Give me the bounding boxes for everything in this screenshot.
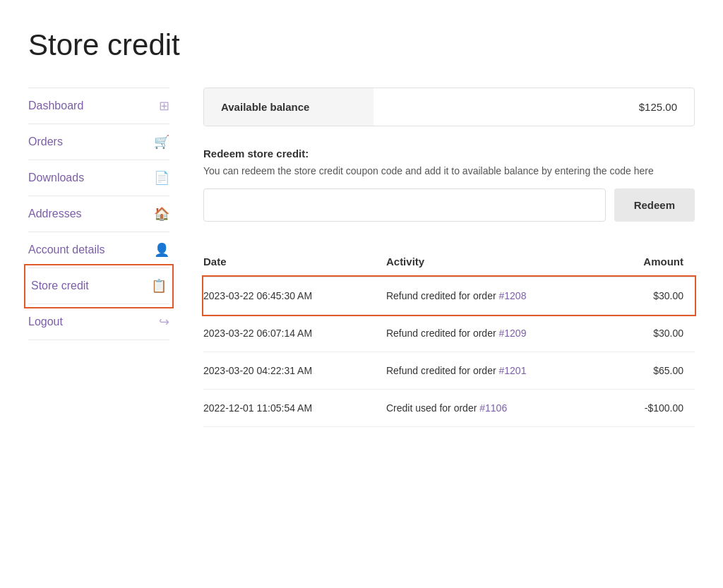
cell-amount: $30.00 xyxy=(616,315,695,352)
col-header-date: Date xyxy=(203,247,386,277)
table-row: 2023-03-20 04:22:31 AMRefund credited fo… xyxy=(203,352,695,390)
page-title: Store credit xyxy=(28,28,695,62)
sidebar-item-account-details-label: Account details xyxy=(28,244,105,256)
cell-activity: Credit used for order #1106 xyxy=(386,390,616,427)
sidebar-item-logout-label: Logout xyxy=(28,316,63,328)
cell-amount: $65.00 xyxy=(616,352,695,390)
sidebar-item-addresses[interactable]: Addresses 🏠 xyxy=(28,196,169,232)
col-header-activity: Activity xyxy=(386,247,616,277)
table-row: 2022-12-01 11:05:54 AMCredit used for or… xyxy=(203,390,695,427)
cell-date: 2023-03-22 06:45:30 AM xyxy=(203,277,386,315)
redeem-title: Redeem store credit: xyxy=(203,148,695,160)
sidebar-item-store-credit-label: Store credit xyxy=(31,280,89,292)
logout-icon: ↪ xyxy=(159,314,169,330)
balance-row: Available balance $125.00 xyxy=(203,88,695,126)
activity-table: Date Activity Amount 2023-03-22 06:45:30… xyxy=(203,247,695,427)
cell-activity: Refund credited for order #1208 xyxy=(386,277,616,315)
activity-table-wrapper: Date Activity Amount 2023-03-22 06:45:30… xyxy=(203,247,695,427)
activity-order-link[interactable]: #1208 xyxy=(498,290,526,301)
sidebar-item-orders-label: Orders xyxy=(28,136,63,148)
sidebar-item-downloads-label: Downloads xyxy=(28,172,84,184)
sidebar-item-dashboard[interactable]: Dashboard ⊞ xyxy=(28,88,169,124)
table-row: 2023-03-22 06:07:14 AMRefund credited fo… xyxy=(203,315,695,352)
sidebar-item-orders[interactable]: Orders 🛒 xyxy=(28,124,169,160)
redeem-form: Redeem xyxy=(203,188,695,222)
cell-activity: Refund credited for order #1209 xyxy=(386,315,616,352)
redeem-description: You can redeem the store credit coupon c… xyxy=(203,164,695,179)
sidebar-item-downloads[interactable]: Downloads 📄 xyxy=(28,160,169,196)
sidebar: Dashboard ⊞ Orders 🛒 Downloads 📄 Address… xyxy=(28,88,169,340)
store-credit-icon: 📋 xyxy=(151,278,167,294)
account-icon: 👤 xyxy=(154,242,169,258)
cell-date: 2023-03-20 04:22:31 AM xyxy=(203,352,386,390)
cell-activity: Refund credited for order #1201 xyxy=(386,352,616,390)
col-header-amount: Amount xyxy=(616,247,695,277)
redeem-section: Redeem store credit: You can redeem the … xyxy=(203,148,695,222)
table-row: 2023-03-22 06:45:30 AMRefund credited fo… xyxy=(203,277,695,315)
sidebar-item-logout[interactable]: Logout ↪ xyxy=(28,304,169,340)
orders-icon: 🛒 xyxy=(154,134,169,150)
addresses-icon: 🏠 xyxy=(154,206,169,222)
activity-order-link[interactable]: #1201 xyxy=(498,365,526,376)
sidebar-item-dashboard-label: Dashboard xyxy=(28,100,83,112)
cell-amount: -$100.00 xyxy=(616,390,695,427)
main-content: Available balance $125.00 Redeem store c… xyxy=(203,88,695,427)
cell-date: 2023-03-22 06:07:14 AM xyxy=(203,315,386,352)
activity-order-link[interactable]: #1209 xyxy=(498,328,526,339)
cell-amount: $30.00 xyxy=(616,277,695,315)
activity-order-link[interactable]: #1106 xyxy=(479,402,507,414)
balance-amount: $125.00 xyxy=(622,88,694,126)
cell-date: 2022-12-01 11:05:54 AM xyxy=(203,390,386,427)
balance-label: Available balance xyxy=(204,88,374,126)
sidebar-item-account-details[interactable]: Account details 👤 xyxy=(28,232,169,268)
dashboard-icon: ⊞ xyxy=(159,98,169,114)
downloads-icon: 📄 xyxy=(154,170,169,186)
sidebar-item-addresses-label: Addresses xyxy=(28,208,82,220)
redeem-input[interactable] xyxy=(203,188,606,222)
table-header-row: Date Activity Amount xyxy=(203,247,695,277)
sidebar-item-store-credit[interactable]: Store credit 📋 xyxy=(28,268,169,304)
redeem-button[interactable]: Redeem xyxy=(614,188,695,222)
